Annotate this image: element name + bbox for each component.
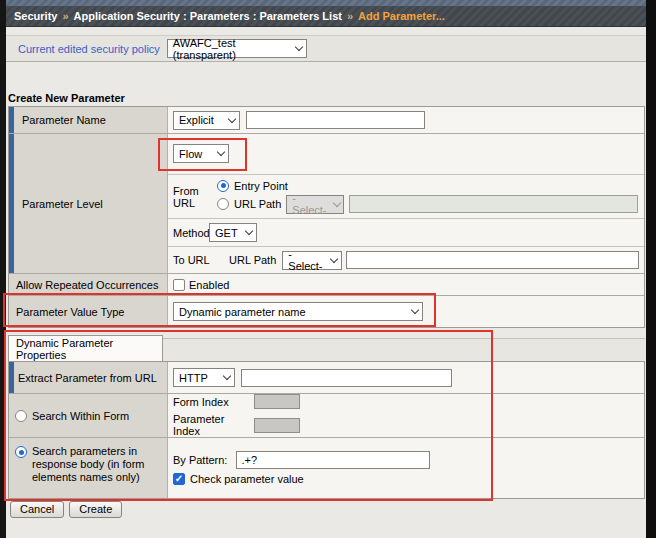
entry-point-radio[interactable] xyxy=(217,180,229,192)
action-buttons: Cancel Create xyxy=(10,501,122,518)
extract-parameter-content: HTTP xyxy=(168,362,644,393)
from-url-label: From URL xyxy=(173,185,217,209)
table-row-parameter-name: Parameter Name Explicit xyxy=(9,107,644,134)
enabled-checkbox[interactable] xyxy=(173,279,185,291)
breadcrumb-separator-icon: » xyxy=(62,10,68,22)
policy-bar: Current edited security policy AWAFC_tes… xyxy=(6,35,646,62)
form-index-label: Form Index xyxy=(173,396,249,408)
extract-url-input[interactable] xyxy=(241,369,452,387)
table-row-allow-repeated: Allow Repeated Occurrences Enabled xyxy=(9,274,644,296)
to-url-path-select[interactable]: -Select- xyxy=(282,251,342,270)
page-title: Create New Parameter xyxy=(8,92,125,104)
search-within-form-content: Form Index Parameter Index xyxy=(168,394,644,437)
row-accent-bar xyxy=(9,362,14,393)
allow-repeated-content: Enabled xyxy=(168,274,644,295)
to-url-input[interactable] xyxy=(346,251,639,269)
window-right-edge xyxy=(646,0,656,538)
url-path-label: URL Path xyxy=(234,198,281,210)
parameter-level-label-cell: Parameter Level xyxy=(9,134,168,273)
method-value: GET xyxy=(215,227,238,239)
chevron-down-icon xyxy=(411,306,419,314)
search-response-content: By Pattern: .+? ✓ Check parameter value xyxy=(168,438,644,498)
to-url-label: To URL xyxy=(173,254,217,266)
chevron-down-icon xyxy=(223,372,231,380)
breadcrumb-current: Add Parameter... xyxy=(358,10,445,22)
url-path-radio[interactable] xyxy=(217,198,229,210)
tab-strip-filler xyxy=(163,338,645,361)
cancel-button[interactable]: Cancel xyxy=(10,501,64,518)
to-url-subrow: To URL URL Path -Select- xyxy=(168,247,644,273)
chevron-down-icon xyxy=(295,43,303,51)
table-row-extract-parameter: Extract Parameter from URL HTTP xyxy=(9,362,644,394)
by-pattern-input[interactable]: .+? xyxy=(236,451,430,469)
search-within-form-label-cell: Search Within Form xyxy=(9,394,168,437)
table-row-parameter-level: Parameter Level Flow From URL Entry Poin… xyxy=(9,134,644,274)
breadcrumb: Security » Application Security : Parame… xyxy=(6,6,646,27)
create-parameter-table: Parameter Name Explicit Parameter Level … xyxy=(8,106,645,328)
policy-select[interactable]: AWAFC_test (transparent) xyxy=(167,39,307,58)
to-url-path-label: URL Path xyxy=(229,254,276,266)
check-parameter-value-checkbox[interactable]: ✓ xyxy=(173,473,185,485)
search-within-form-radio[interactable] xyxy=(15,410,27,422)
parameter-level-select[interactable]: Flow xyxy=(173,144,229,163)
breadcrumb-separator-icon: » xyxy=(347,10,353,22)
parameter-name-label-cell: Parameter Name xyxy=(9,107,168,133)
parameter-level-value: Flow xyxy=(179,148,202,160)
chevron-down-icon xyxy=(228,114,236,122)
search-response-radio[interactable] xyxy=(15,446,27,458)
form-index-input xyxy=(254,394,300,409)
table-row-search-response-body: Search parameters in response body (in f… xyxy=(9,438,644,498)
create-button[interactable]: Create xyxy=(69,501,122,518)
extract-protocol-select[interactable]: HTTP xyxy=(173,368,235,387)
row-accent-bar xyxy=(9,107,14,133)
f5-asm-add-parameter-screen: Security » Application Security : Parame… xyxy=(0,0,656,538)
table-row-parameter-value-type: Parameter Value Type Dynamic parameter n… xyxy=(9,296,644,327)
policy-label: Current edited security policy xyxy=(18,43,160,55)
search-within-form-label: Search Within Form xyxy=(32,410,129,422)
allow-repeated-label-cell: Allow Repeated Occurrences xyxy=(9,274,168,295)
from-url-path-select-value: -Select- xyxy=(292,192,326,216)
extract-parameter-label-cell: Extract Parameter from URL xyxy=(9,362,168,393)
parameter-name-type-select[interactable]: Explicit xyxy=(173,111,240,130)
extract-parameter-label: Extract Parameter from URL xyxy=(18,372,157,384)
extract-protocol-value: HTTP xyxy=(179,372,208,384)
parameter-value-type-value: Dynamic parameter name xyxy=(179,306,306,318)
table-row-search-within-form: Search Within Form Form Index Parameter … xyxy=(9,394,644,438)
dynamic-parameter-properties-table: Extract Parameter from URL HTTP Search W… xyxy=(8,361,645,499)
row-accent-bar xyxy=(9,134,14,273)
parameter-name-content: Explicit xyxy=(168,107,644,133)
from-url-path-select: -Select- xyxy=(286,195,344,214)
breadcrumb-path[interactable]: Application Security : Parameters : Para… xyxy=(74,10,342,22)
chevron-down-icon xyxy=(330,254,338,262)
tab-dynamic-parameter-properties[interactable]: Dynamic Parameter Properties xyxy=(8,335,163,361)
check-icon: ✓ xyxy=(175,474,183,484)
parameter-level-flow-subrow: Flow xyxy=(168,134,644,175)
by-pattern-label: By Pattern: xyxy=(173,454,227,466)
parameter-name-label: Parameter Name xyxy=(22,114,106,126)
breadcrumb-section[interactable]: Security xyxy=(14,10,57,22)
entry-point-label: Entry Point xyxy=(234,180,288,192)
parameter-name-input[interactable] xyxy=(246,111,425,129)
search-response-label-cell: Search parameters in response body (in f… xyxy=(9,438,168,498)
policy-select-value: AWAFC_test (transparent) xyxy=(173,37,289,61)
chevron-down-icon xyxy=(332,198,340,206)
method-select[interactable]: GET xyxy=(209,223,257,242)
check-parameter-value-label: Check parameter value xyxy=(190,473,304,485)
parameter-value-type-label: Parameter Value Type xyxy=(16,306,124,318)
enabled-label: Enabled xyxy=(189,279,229,291)
parameter-index-label: Parameter Index xyxy=(173,413,249,437)
from-url-path-input xyxy=(349,195,638,213)
chevron-down-icon xyxy=(245,227,253,235)
allow-repeated-label: Allow Repeated Occurrences xyxy=(16,279,158,291)
window-left-edge xyxy=(0,0,6,538)
chevron-down-icon xyxy=(217,148,225,156)
parameter-value-type-content: Dynamic parameter name xyxy=(168,296,644,327)
to-url-path-select-value: -Select- xyxy=(288,248,324,272)
tab-label: Dynamic Parameter Properties xyxy=(16,337,162,361)
parameter-index-input xyxy=(254,418,300,433)
parameter-value-type-label-cell: Parameter Value Type xyxy=(9,296,168,327)
parameter-level-label: Parameter Level xyxy=(22,198,103,210)
parameter-name-type-value: Explicit xyxy=(179,114,214,126)
parameter-value-type-select[interactable]: Dynamic parameter name xyxy=(173,302,423,321)
search-response-label: Search parameters in response body (in f… xyxy=(32,445,152,484)
